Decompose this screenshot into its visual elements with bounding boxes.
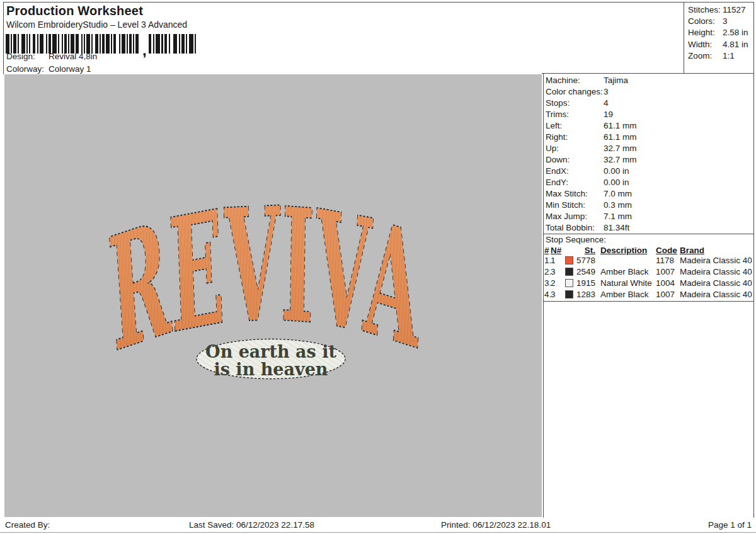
barcode-separator: , [140, 47, 149, 54]
footer-printed: Printed: 06/12/2023 22.18.01 [441, 520, 551, 530]
design-value: Revival 4,8in [49, 52, 97, 61]
needle-num: 3 [551, 290, 556, 299]
machine-info-value: 7.1 mm [604, 212, 632, 221]
machine-info-label: EndX: [546, 166, 569, 176]
machine-info-label: Total Bobbin: [546, 223, 595, 232]
machine-info-value: 81.34ft [604, 223, 629, 232]
machine-info-row: Max Stitch:7.0 mm [544, 189, 754, 200]
machine-info-label: Min Stitch: [546, 200, 585, 210]
machine-info-value: 3 [604, 87, 609, 96]
stop-sequence-header: # N# St. Description Code Brand [544, 246, 754, 256]
machine-info-row: Min Stitch:0.3 mm [544, 200, 754, 212]
machine-info-value: 4 [604, 98, 609, 108]
footer-bar: Created By: Last Saved: 06/12/2023 22.17… [0, 518, 756, 532]
machine-info-row: Up:32.7 mm [544, 144, 754, 155]
design-word-stitch-texture: REVIVAL [4, 74, 427, 387]
col-header-description: Description [600, 246, 647, 255]
machine-info-row: Total Bobbin:81.34ft [544, 223, 754, 234]
summary-row: Stitches:11527 [684, 5, 754, 16]
design-row: Design: Revival 4,8in [6, 52, 35, 61]
machine-info-value: Tajima [604, 76, 628, 85]
footer-created-by: Created By: [5, 520, 50, 530]
colorway-row: Colorway: Colorway 1 [6, 64, 44, 74]
machine-info-row: Down:32.7 mm [544, 155, 754, 166]
machine-info-row: Left:61.1 mm [544, 121, 754, 132]
summary-row: Zoom:1:1 [684, 51, 754, 62]
barcode-space [196, 34, 197, 54]
summary-value: 11527 [723, 5, 746, 14]
stop-sequence-row: 1.157781178Madeira Classic 40 [544, 256, 754, 267]
machine-info-label: EndY: [546, 178, 568, 187]
design-label: Design: [6, 52, 35, 61]
header-bottom-border [542, 73, 754, 74]
barcode-section-1 [6, 34, 140, 54]
machine-info-label: Right: [546, 132, 568, 142]
machine-info-value: 61.1 mm [604, 132, 637, 142]
machine-info-row: Trims:19 [544, 110, 754, 121]
summary-row: Colors:3 [684, 16, 754, 28]
summary-row: Height:2.58 in [684, 28, 754, 39]
col-header-brand: Brand [680, 246, 704, 255]
barcode-section-2 [149, 34, 198, 54]
needle-num: 1 [551, 256, 556, 265]
machine-info-label: Color changes: [546, 87, 603, 96]
machine-info-label: Max Jump: [546, 212, 587, 221]
needle-num: 3 [551, 267, 556, 276]
barcode-bar [156, 34, 160, 54]
design-summary-panel: Stitches:11527Colors:3Height:2.58 inWidt… [684, 2, 754, 73]
tagline-line2: is in heaven [214, 360, 328, 379]
thread-brand: Madeira Classic 40 [680, 267, 752, 276]
summary-label: Stitches: [688, 5, 721, 14]
needle-num: 2 [551, 278, 556, 288]
machine-info-row: Right:61.1 mm [544, 132, 754, 144]
machine-info-label: Max Stitch: [546, 189, 588, 198]
machine-info-value: 7.0 mm [604, 189, 632, 198]
barcode-bar [189, 34, 193, 54]
summary-value: 2.58 in [723, 28, 748, 37]
arched-word-group: REVIVAL REVIVAL [4, 74, 427, 387]
thread-brand: Madeira Classic 40 [680, 256, 752, 265]
machine-info-label: Stops: [546, 98, 570, 108]
machine-info-value: 61.1 mm [604, 121, 637, 130]
summary-label: Width: [688, 40, 712, 49]
footer-page-number: Page 1 of 1 [708, 520, 752, 530]
footer-last-saved: Last Saved: 06/12/2023 22.17.58 [189, 520, 314, 530]
summary-label: Colors: [688, 16, 715, 26]
design-canvas: REVIVAL REVIVAL On earth as it is in hea… [4, 74, 542, 517]
stop-sequence-row: 3.21915Natural White1004Madeira Classic … [544, 278, 754, 290]
machine-info-label: Trims: [546, 110, 569, 119]
machine-info-row: Machine:Tajima [544, 76, 754, 87]
machine-info-row: EndY:0.00 in [544, 178, 754, 189]
colorway-value: Colorway 1 [49, 64, 91, 74]
stitch-count: 2549 [571, 267, 595, 276]
machine-info-label: Up: [546, 144, 559, 153]
stop-sequence-row: 4.31283Amber Black1007Madeira Classic 40 [544, 290, 754, 301]
stitch-count: 1915 [571, 278, 595, 288]
col-header-num: # [544, 246, 549, 255]
col-header-code: Code [656, 246, 677, 255]
header-top-border [3, 2, 754, 3]
machine-info-value: 0.00 in [604, 166, 629, 176]
thread-description: Amber Black [600, 290, 649, 299]
machine-info-row: Max Jump:7.1 mm [544, 212, 754, 223]
stitch-count: 1283 [571, 290, 595, 299]
thread-code: 1007 [656, 267, 675, 276]
machine-info-row: Color changes:3 [544, 87, 754, 98]
machine-info-value: 19 [604, 110, 613, 119]
embroidery-design-preview: REVIVAL REVIVAL On earth as it is in hea… [4, 74, 542, 517]
machine-info-value: 32.7 mm [604, 144, 637, 153]
production-worksheet-page: Production Worksheet Wilcom EmbroiderySt… [0, 0, 756, 534]
thread-description: Natural White [600, 278, 652, 288]
header-left-border [3, 2, 4, 74]
thread-brand: Madeira Classic 40 [680, 278, 752, 288]
machine-info-label: Left: [546, 121, 562, 130]
machine-info-label: Down: [546, 155, 570, 164]
machine-info-row: Stops:4 [544, 98, 754, 110]
tagline-line1: On earth as it [205, 342, 336, 361]
machine-info-row: EndX:0.00 in [544, 166, 754, 178]
stop-sequence-row: 2.32549Amber Black1007Madeira Classic 40 [544, 267, 754, 278]
machine-info-value: 32.7 mm [604, 155, 637, 164]
summary-value: 1:1 [723, 51, 735, 60]
machine-info-value: 0.3 mm [604, 200, 632, 210]
col-header-needle: N# [551, 246, 561, 255]
